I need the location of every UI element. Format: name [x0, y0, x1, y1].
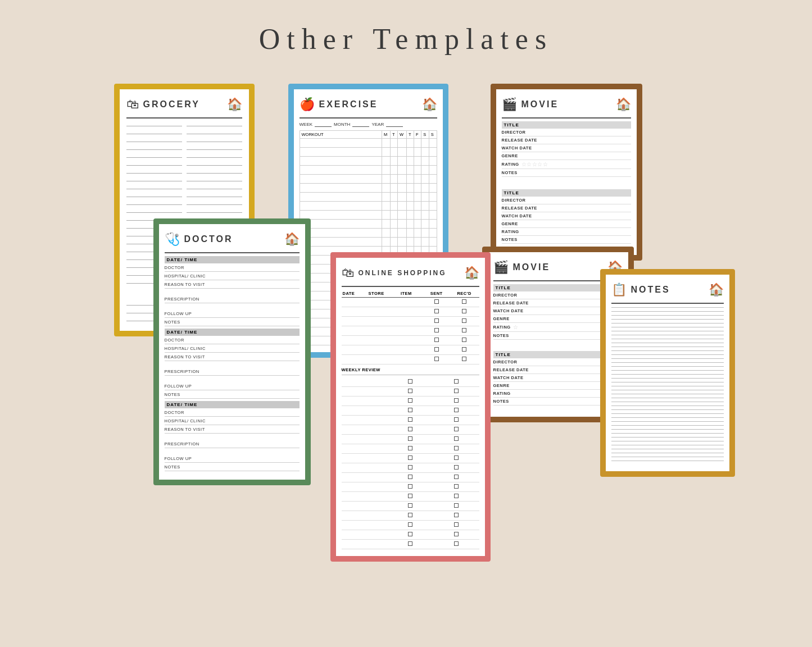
table-row: [342, 377, 479, 387]
table-row: [342, 387, 479, 397]
table-row: [342, 511, 479, 521]
month-label: MONTH: [334, 122, 350, 127]
doctor-reason: REASON TO VISIT: [165, 282, 300, 289]
home-icon-doctor: 🏠: [284, 232, 300, 247]
grocery-icon: 🛍: [126, 97, 139, 112]
title-bar-2: TITLE: [502, 189, 631, 197]
home-icon-shopping: 🏠: [464, 266, 479, 280]
grocery-title: GROCERY: [143, 99, 200, 110]
home-icon-exercise: 🏠: [422, 97, 437, 112]
table-row: [342, 530, 479, 540]
doctor-doctor-3: DOCTOR: [165, 410, 300, 417]
doctor-prescription: PRESCRIPTION: [165, 297, 300, 303]
doctor-card: 🩺 DOCTOR 🏠 DATE/ TIME DOCTOR HOSPITAL/ C…: [153, 218, 311, 485]
shopping-table: DATE STORE ITEM SENT REC'D: [342, 290, 479, 364]
table-row: [342, 502, 479, 511]
shopping-icon: 🛍: [342, 266, 354, 280]
home-icon-grocery: 🏠: [227, 97, 242, 112]
table-row: [342, 521, 479, 530]
shopping-card: 🛍 ONLINE SHOPPING 🏠 DATE STORE ITEM SENT…: [330, 252, 491, 562]
doctor-reason-2: REASON TO VISIT: [165, 354, 300, 361]
doctor-notes-3: NOTES: [165, 464, 300, 471]
doctor-doctor-2: DOCTOR: [165, 338, 300, 344]
doctor-followup-3: FOLLOW UP: [165, 456, 300, 463]
recd-col: REC'D: [450, 290, 479, 298]
movie-entry-2: TITLE DIRECTOR RELEASE DATE WATCH DATE G…: [502, 189, 631, 244]
movie-card-top: 🎬 MOVIE 🏠 TITLE DIRECTOR RELEASE DATE WA…: [491, 84, 642, 261]
doctor-doctor: DOCTOR: [165, 265, 300, 272]
table-row: [300, 148, 437, 157]
table-row: [300, 202, 437, 211]
doctor-section-2: DATE/ TIME: [165, 329, 300, 336]
table-row: [342, 397, 479, 406]
shopping-table-2: [342, 377, 479, 549]
table-row: [342, 406, 479, 416]
doctor-section-3: DATE/ TIME: [165, 401, 300, 408]
notes-icon: 📋: [611, 283, 627, 297]
director-field: DIRECTOR: [502, 130, 631, 136]
genre-field: GENRE: [502, 153, 631, 160]
release-date-field: RELEASE DATE: [502, 138, 631, 144]
table-row: [342, 482, 479, 492]
doctor-hospital-3: HOSPITAL/ CLINIC: [165, 418, 300, 425]
doctor-title: DOCTOR: [184, 234, 233, 244]
store-col: STORE: [368, 290, 400, 298]
movie-icon: 🎬: [502, 97, 517, 112]
year-label: YEAR: [371, 122, 384, 127]
table-row: [342, 355, 479, 364]
doctor-prescription-3: PRESCRIPTION: [165, 441, 300, 448]
doctor-reason-3: REASON TO VISIT: [165, 427, 300, 434]
table-row: [342, 540, 479, 549]
director-field-2: DIRECTOR: [502, 198, 631, 204]
exercise-icon: 🍎: [300, 97, 315, 112]
notes-title: NOTES: [631, 285, 670, 295]
home-icon-movie: 🏠: [616, 97, 631, 112]
watch-date-field-2: WATCH DATE: [502, 213, 631, 220]
table-row: [300, 175, 437, 184]
table-row: [342, 435, 479, 444]
table-row: [342, 326, 479, 336]
table-row: [342, 336, 479, 345]
rating-field: RATING ☆☆☆☆☆: [502, 161, 631, 169]
table-row: [300, 193, 437, 202]
table-row: [342, 298, 479, 307]
movie-icon-2: 🎬: [493, 260, 509, 275]
table-row: [342, 345, 479, 355]
shopping-title: ONLINE SHOPPING: [359, 269, 447, 277]
notes-lines: [611, 307, 724, 461]
title-bar: TITLE: [502, 121, 631, 129]
divider: [126, 117, 242, 119]
movie-title-2: MOVIE: [513, 262, 551, 272]
doctor-section-1: DATE/ TIME: [165, 256, 300, 263]
movie-entry-1: TITLE DIRECTOR RELEASE DATE WATCH DATE G…: [502, 121, 631, 177]
exercise-week-row: WEEK MONTH YEAR: [300, 121, 437, 127]
table-row: [342, 317, 479, 326]
date-col: DATE: [342, 290, 368, 298]
table-row: [342, 473, 479, 482]
table-row: [300, 157, 437, 166]
doctor-prescription-2: PRESCRIPTION: [165, 369, 300, 376]
workout-header: WORKOUT: [300, 131, 382, 139]
table-row: [342, 307, 479, 317]
week-label: WEEK: [300, 122, 313, 127]
table-row: [342, 463, 479, 473]
table-row: [342, 454, 479, 463]
genre-field-2: GENRE: [502, 221, 631, 228]
table-row: [300, 184, 437, 193]
doctor-hospital-2: HOSPITAL/ CLINIC: [165, 346, 300, 353]
doctor-hospital: HOSPITAL/ CLINIC: [165, 274, 300, 280]
home-icon-notes: 🏠: [709, 283, 724, 297]
rating-field-2: RATING: [502, 229, 631, 236]
templates-container: 🛍 GROCERY 🏠: [97, 84, 715, 634]
doctor-followup-2: FOLLOW UP: [165, 384, 300, 390]
exercise-title: EXERCISE: [319, 99, 378, 110]
release-date-field-2: RELEASE DATE: [502, 206, 631, 212]
table-row: [300, 238, 437, 247]
page-title: Other Templates: [259, 22, 553, 56]
item-col: ITEM: [400, 290, 424, 298]
doctor-notes-2: NOTES: [165, 392, 300, 399]
table-row: [300, 229, 437, 238]
notes-field-2: NOTES: [502, 237, 631, 244]
sent-col: SENT: [424, 290, 450, 298]
table-row: [300, 211, 437, 220]
